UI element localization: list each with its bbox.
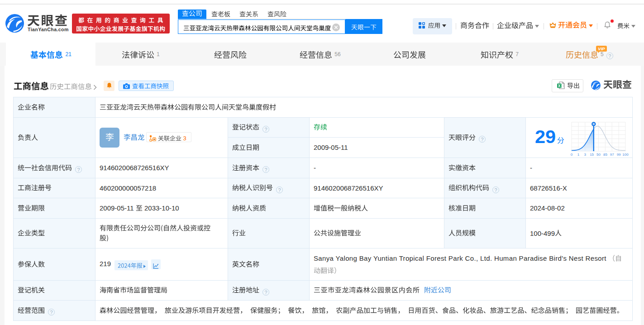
svg-text:15: 15	[590, 153, 594, 157]
svg-text:0: 0	[571, 153, 573, 157]
svg-text:50: 50	[596, 153, 601, 157]
svg-text:3: 3	[584, 153, 587, 157]
svg-text:85: 85	[603, 153, 607, 157]
svg-text:99: 99	[617, 153, 621, 157]
svg-text:97: 97	[610, 153, 614, 157]
svg-text:VIP: VIP	[598, 46, 605, 51]
svg-text:1: 1	[577, 153, 580, 157]
svg-text:100: 100	[622, 153, 629, 157]
